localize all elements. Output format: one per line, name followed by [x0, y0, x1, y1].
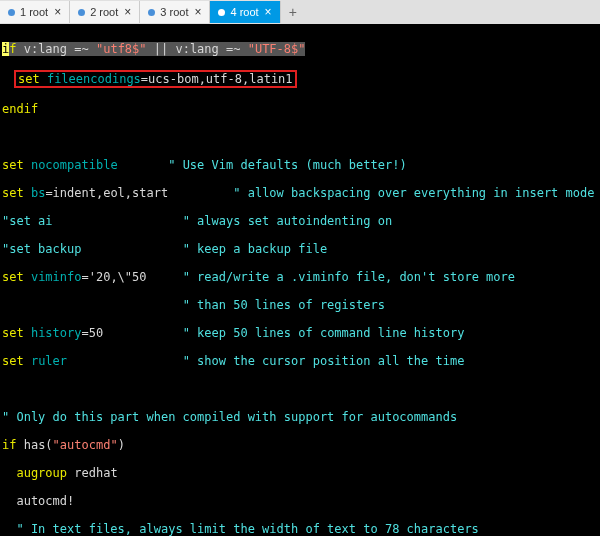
tab-4[interactable]: 4 root×: [210, 1, 280, 23]
code-line: " than 50 lines of registers: [2, 298, 598, 312]
code-line: if has("autocmd"): [2, 438, 598, 452]
tab-bar: 1 root× 2 root× 3 root× 4 root× +: [0, 0, 600, 24]
highlighted-line: set fileencodings=ucs-bom,utf-8,latin1: [14, 70, 297, 88]
code-line: [2, 382, 598, 396]
code-line: "set ai " always set autoindenting on: [2, 214, 598, 228]
tab-2[interactable]: 2 root×: [70, 1, 140, 23]
tab-label: 3 root: [160, 6, 188, 18]
code-line: endif: [2, 102, 598, 116]
code-line: " In text files, always limit the width …: [2, 522, 598, 536]
code-line: autocmd!: [2, 494, 598, 508]
close-icon[interactable]: ×: [194, 6, 201, 18]
close-icon[interactable]: ×: [124, 6, 131, 18]
code-line: set ruler " show the cursor position all…: [2, 354, 598, 368]
code-line: set fileencodings=ucs-bom,utf-8,latin1: [2, 70, 598, 88]
code-line: " Only do this part when compiled with s…: [2, 410, 598, 424]
modified-dot-icon: [8, 9, 15, 16]
close-icon[interactable]: ×: [265, 6, 272, 18]
code-line: set history=50 " keep 50 lines of comman…: [2, 326, 598, 340]
tab-label: 2 root: [90, 6, 118, 18]
code-line: "set backup " keep a backup file: [2, 242, 598, 256]
code-editor[interactable]: if v:lang =~ "utf8$" || v:lang =~ "UTF-8…: [0, 24, 600, 536]
tab-label: 4 root: [230, 6, 258, 18]
close-icon[interactable]: ×: [54, 6, 61, 18]
code-line: set viminfo='20,\"50 " read/write a .vim…: [2, 270, 598, 284]
add-tab-button[interactable]: +: [281, 1, 305, 23]
modified-dot-icon: [78, 9, 85, 16]
code-line: set bs=indent,eol,start " allow backspac…: [2, 186, 598, 200]
code-line: augroup redhat: [2, 466, 598, 480]
code-line: if v:lang =~ "utf8$" || v:lang =~ "UTF-8…: [2, 42, 598, 56]
tab-1[interactable]: 1 root×: [0, 1, 70, 23]
modified-dot-icon: [148, 9, 155, 16]
code-line: [2, 130, 598, 144]
code-line: set nocompatible " Use Vim defaults (muc…: [2, 158, 598, 172]
modified-dot-icon: [218, 9, 225, 16]
tab-3[interactable]: 3 root×: [140, 1, 210, 23]
tab-label: 1 root: [20, 6, 48, 18]
